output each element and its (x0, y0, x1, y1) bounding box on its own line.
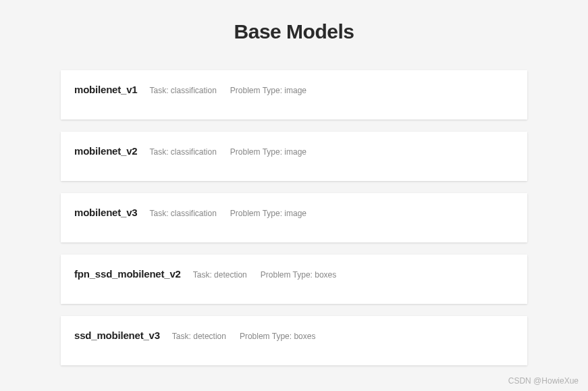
model-task: Task: classification (149, 86, 216, 95)
model-problem-type: Problem Type: image (230, 86, 306, 95)
model-card[interactable]: mobilenet_v3 Task: classification Proble… (61, 193, 527, 242)
watermark: CSDN @HowieXue (508, 376, 579, 386)
model-problem-type: Problem Type: image (230, 209, 306, 218)
model-name: mobilenet_v3 (74, 207, 137, 218)
page-title: Base Models (61, 20, 527, 43)
model-meta-group: Task: classification Problem Type: image (149, 147, 306, 157)
model-task: Task: detection (193, 270, 247, 280)
model-card[interactable]: mobilenet_v1 Task: classification Proble… (61, 70, 527, 120)
model-task: Task: classification (149, 147, 216, 157)
model-meta-group: Task: classification Problem Type: image (149, 209, 306, 218)
model-meta-group: Task: detection Problem Type: boxes (172, 332, 316, 341)
model-name: mobilenet_v1 (74, 84, 137, 95)
model-card[interactable]: mobilenet_v2 Task: classification Proble… (61, 132, 527, 181)
model-card[interactable]: fpn_ssd_mobilenet_v2 Task: detection Pro… (61, 255, 527, 304)
model-name: ssd_mobilenet_v3 (74, 330, 160, 341)
model-card[interactable]: ssd_mobilenet_v3 Task: detection Problem… (61, 316, 527, 365)
model-task: Task: detection (172, 332, 226, 341)
model-problem-type: Problem Type: boxes (240, 332, 316, 341)
model-problem-type: Problem Type: image (230, 147, 306, 157)
model-meta-group: Task: detection Problem Type: boxes (193, 270, 337, 280)
main-container: Base Models mobilenet_v1 Task: classific… (0, 0, 588, 379)
model-list: mobilenet_v1 Task: classification Proble… (61, 70, 527, 365)
model-name: fpn_ssd_mobilenet_v2 (74, 268, 181, 280)
model-meta-group: Task: classification Problem Type: image (149, 86, 306, 95)
model-task: Task: classification (149, 209, 216, 218)
model-name: mobilenet_v2 (74, 145, 137, 157)
model-problem-type: Problem Type: boxes (261, 270, 337, 280)
